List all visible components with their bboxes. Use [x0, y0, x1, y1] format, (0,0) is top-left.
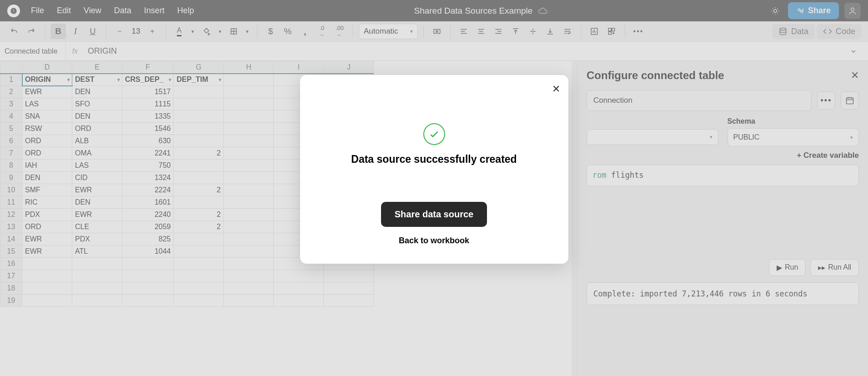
success-modal: ✕ Data source successfully created Share… [300, 75, 568, 264]
share-data-source-button[interactable]: Share data source [381, 202, 487, 227]
modal-close-button[interactable]: ✕ [552, 83, 560, 95]
modal-overlay: ✕ Data source successfully created Share… [0, 0, 868, 376]
back-to-workbook-button[interactable]: Back to workbook [318, 236, 550, 246]
modal-title: Data source successfully created [318, 153, 550, 165]
success-check-icon [423, 123, 445, 145]
